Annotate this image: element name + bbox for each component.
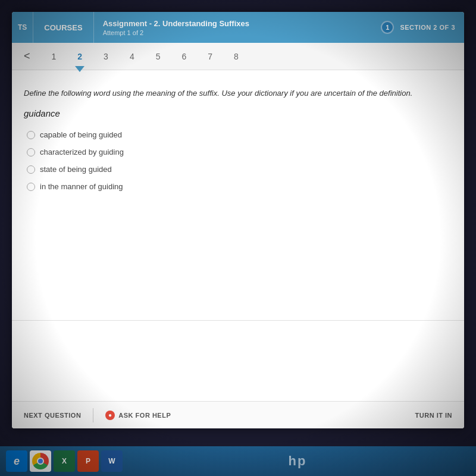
nav-left: TS COURSES [12, 12, 94, 43]
assignment-bold: Assignment [103, 19, 147, 28]
option-4-text: in the manner of guiding [40, 182, 123, 191]
nav-right: 1 SECTION 2 OF 3 [372, 12, 464, 43]
turn-it-in-button[interactable]: TURN IT IN [415, 412, 452, 419]
q-num-4[interactable]: 4 [126, 49, 138, 64]
question-nav: < 1 2 3 4 5 6 7 8 [12, 43, 464, 70]
bottom-bar: NEXT QUESTION ● ASK FOR HELP TURN IT IN [12, 401, 464, 428]
question-instruction: Define the following word using the mean… [24, 88, 446, 99]
excel-icon[interactable]: X [54, 450, 75, 472]
ie-icon[interactable]: e [6, 450, 27, 472]
radio-1[interactable] [27, 131, 35, 139]
option-1-text: capable of being guided [40, 130, 122, 139]
notification-badge[interactable]: 1 [381, 21, 394, 34]
chrome-circle [32, 453, 49, 469]
nav-assignment: Assignment - 2. Understanding Suffixes A… [94, 12, 372, 43]
assignment-title: Assignment - 2. Understanding Suffixes [103, 19, 364, 28]
powerpoint-icon[interactable]: P [77, 450, 99, 472]
q-num-1[interactable]: 1 [48, 49, 60, 64]
nav-ts-label[interactable]: TS [12, 12, 33, 43]
radio-2[interactable] [27, 148, 35, 156]
back-button[interactable]: < [18, 47, 36, 65]
next-question-button[interactable]: NEXT QUESTION [24, 412, 81, 419]
ask-for-help-label: ASK FOR HELP [118, 412, 171, 419]
radio-3[interactable] [27, 165, 35, 174]
q-num-8[interactable]: 8 [230, 49, 242, 64]
taskbar-center: hp [125, 453, 470, 469]
option-2[interactable]: characterized by guiding [27, 148, 446, 156]
answer-options: capable of being guided characterized by… [27, 130, 446, 191]
taskbar: e X P W hp [0, 446, 476, 476]
word-icon[interactable]: W [101, 450, 123, 472]
assignment-subtitle: - 2. Understanding Suffixes [147, 19, 249, 28]
chrome-icon[interactable] [30, 450, 51, 472]
nav-courses-button[interactable]: COURSES [33, 12, 93, 43]
option-2-text: characterized by guiding [40, 148, 124, 156]
screen: TS COURSES Assignment - 2. Understanding… [12, 12, 464, 428]
hp-logo: hp [289, 453, 307, 469]
assignment-attempt: Attempt 1 of 2 [103, 29, 364, 36]
help-icon: ● [105, 411, 115, 420]
q-num-3[interactable]: 3 [100, 49, 112, 64]
main-content: Define the following word using the mean… [12, 70, 464, 308]
option-1[interactable]: capable of being guided [27, 130, 446, 139]
question-numbers: 1 2 3 4 5 6 7 8 [42, 49, 248, 64]
chrome-inner [37, 458, 44, 465]
word-to-define: guidance [24, 108, 446, 118]
q-num-5[interactable]: 5 [152, 49, 164, 64]
option-4[interactable]: in the manner of guiding [27, 182, 446, 191]
content-divider [12, 320, 464, 321]
radio-4[interactable] [27, 183, 35, 191]
top-nav: TS COURSES Assignment - 2. Understanding… [12, 12, 464, 43]
q-num-7[interactable]: 7 [204, 49, 216, 64]
ask-for-help-button[interactable]: ● ASK FOR HELP [105, 411, 171, 420]
option-3[interactable]: state of being guided [27, 165, 446, 174]
q-num-2[interactable]: 2 [74, 49, 86, 64]
option-3-text: state of being guided [40, 165, 112, 174]
q-num-6[interactable]: 6 [178, 49, 190, 64]
bottom-divider [93, 408, 93, 422]
section-label: SECTION 2 OF 3 [400, 24, 455, 31]
